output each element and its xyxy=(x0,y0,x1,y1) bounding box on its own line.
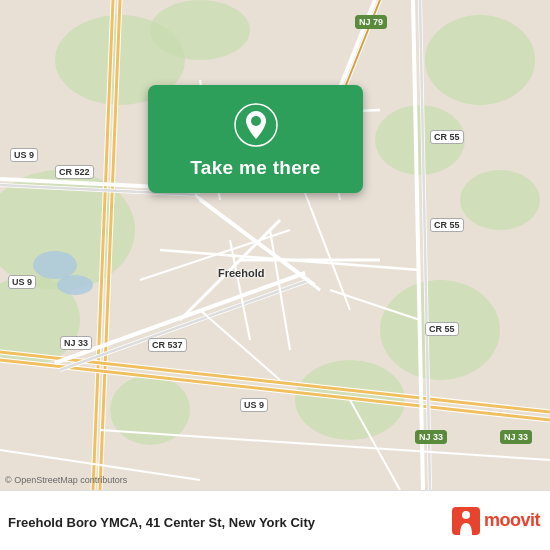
moovit-brand-text: moovit xyxy=(484,510,540,531)
svg-point-3 xyxy=(425,15,535,105)
road-badge-nj33-far: NJ 33 xyxy=(500,430,532,444)
moovit-icon xyxy=(452,507,480,535)
take-me-there-button[interactable]: Take me there xyxy=(190,157,320,179)
map-attribution: © OpenStreetMap contributors xyxy=(5,475,127,485)
road-badge-cr522: CR 522 xyxy=(55,165,94,179)
freehold-label: Freehold xyxy=(218,267,264,279)
destination-info: Freehold Boro YMCA, 41 Center St, New Yo… xyxy=(8,512,315,530)
road-badge-cr55-top: CR 55 xyxy=(430,130,464,144)
map-container: NJ 79 US 9 CR 522 CR 55 CR 55 US 9 NJ 33… xyxy=(0,0,550,490)
road-badge-us9-top: US 9 xyxy=(10,148,38,162)
svg-point-11 xyxy=(33,251,77,279)
road-badge-cr55-bot: CR 55 xyxy=(425,322,459,336)
moovit-logo: moovit xyxy=(452,507,540,535)
location-pin-icon xyxy=(234,103,278,147)
road-badge-cr537: CR 537 xyxy=(148,338,187,352)
road-badge-us9-mid: US 9 xyxy=(8,275,36,289)
take-me-there-popup: Take me there xyxy=(148,85,363,193)
road-badge-nj33-bot: NJ 33 xyxy=(415,430,447,444)
svg-point-53 xyxy=(462,511,470,519)
road-badge-nj33: NJ 33 xyxy=(60,336,92,350)
road-badge-us9-bot: US 9 xyxy=(240,398,268,412)
road-badge-cr55-mid: CR 55 xyxy=(430,218,464,232)
destination-title: Freehold Boro YMCA, 41 Center St, New Yo… xyxy=(8,515,315,530)
road-badge-nj79: NJ 79 xyxy=(355,15,387,29)
svg-point-5 xyxy=(460,170,540,230)
svg-point-12 xyxy=(57,275,93,295)
info-bar: Freehold Boro YMCA, 41 Center St, New Yo… xyxy=(0,490,550,550)
svg-point-51 xyxy=(251,116,261,126)
svg-point-8 xyxy=(150,0,250,60)
